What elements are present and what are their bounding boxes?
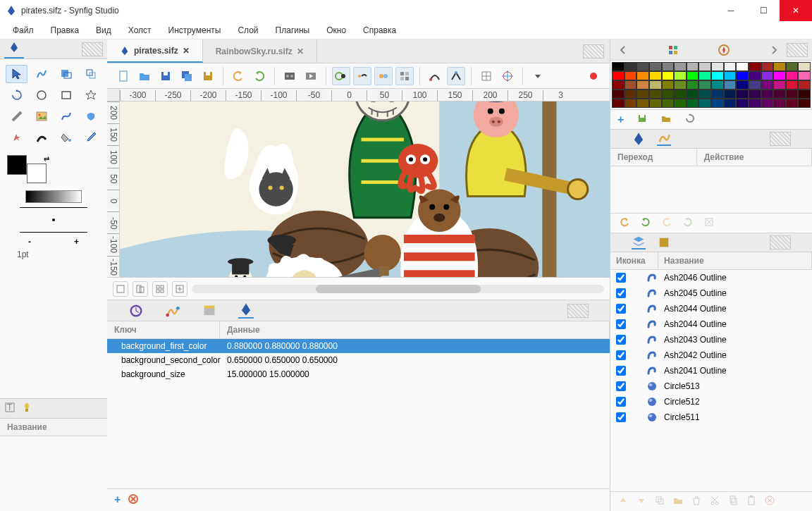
palette-swatch[interactable]	[687, 80, 699, 90]
layer-x-icon[interactable]	[764, 495, 775, 508]
layers-tab-icon[interactable]	[632, 235, 646, 250]
layer-paste-icon[interactable]	[746, 495, 757, 508]
palette-swatch[interactable]	[662, 80, 675, 90]
palette-swatch[interactable]	[649, 90, 662, 99]
tool-region[interactable]	[80, 107, 102, 125]
action-tab-icon[interactable]	[657, 132, 671, 146]
tool-rotate[interactable]	[6, 86, 27, 104]
meta-row[interactable]: background_second_color0.650000 0.650000…	[107, 353, 610, 367]
meta-col-key[interactable]: Ключ	[107, 321, 220, 338]
tool-rect[interactable]	[55, 86, 77, 104]
palette-swatch[interactable]	[773, 90, 786, 99]
hist-clear-icon[interactable]	[703, 216, 715, 230]
drag-handle[interactable]	[770, 235, 791, 250]
meta-tab-3[interactable]	[202, 303, 217, 319]
palette-swatch[interactable]	[761, 90, 774, 99]
onion-before-icon[interactable]	[332, 67, 350, 85]
palette-swatch[interactable]	[749, 80, 761, 90]
palette-swatch[interactable]	[674, 71, 687, 80]
palette-swatch[interactable]	[736, 62, 749, 71]
palette-swatch[interactable]	[798, 90, 811, 99]
meta-tab-4[interactable]	[238, 303, 254, 319]
col-name[interactable]: Название	[0, 419, 109, 436]
ruler-horizontal[interactable]: -300-250-200-150-100-500501001502002503	[120, 89, 610, 101]
palette-swatch[interactable]	[699, 99, 711, 108]
undo-icon[interactable]	[229, 67, 247, 85]
low-res-icon[interactable]	[395, 67, 414, 85]
render-icon[interactable]	[281, 67, 299, 85]
layer-visible-checkbox[interactable]	[616, 350, 626, 360]
palette-swatch[interactable]	[749, 71, 761, 80]
params-tab-icon[interactable]: T	[4, 402, 16, 415]
palette-swatch[interactable]	[625, 90, 637, 99]
onion-skin-icon[interactable]	[374, 67, 393, 85]
redo-icon[interactable]	[250, 67, 269, 85]
palette-swatch[interactable]	[786, 71, 799, 80]
layer-copy-icon[interactable]	[727, 495, 739, 508]
tool-eyedropper[interactable]	[80, 128, 102, 147]
color-palette[interactable]	[610, 61, 812, 109]
onion-after-icon[interactable]	[353, 67, 371, 85]
fg-bg-swatches[interactable]: ⇄	[7, 155, 47, 183]
palette-swatch[interactable]	[711, 80, 724, 90]
palette-swatch[interactable]	[687, 90, 699, 99]
menu-view[interactable]: Вид	[89, 23, 118, 38]
nav-next-icon[interactable]	[765, 42, 782, 59]
palette-swatch[interactable]	[699, 90, 711, 99]
col-icon[interactable]: Иконка	[610, 252, 658, 269]
palette-swatch[interactable]	[749, 90, 761, 99]
palette-swatch[interactable]	[674, 99, 687, 108]
meta-tab-2[interactable]	[165, 303, 180, 319]
layer-row[interactable]: Circle513	[610, 378, 812, 394]
palette-swatch[interactable]	[612, 99, 625, 108]
tab-close-icon[interactable]: ✕	[183, 46, 190, 56]
palette-swatch[interactable]	[724, 99, 737, 108]
palette-swatch[interactable]	[798, 62, 811, 71]
menu-help[interactable]: Справка	[356, 23, 403, 38]
palette-swatch[interactable]	[674, 62, 687, 71]
canvas[interactable]	[120, 101, 610, 277]
tab-close-icon[interactable]: ✕	[297, 47, 304, 56]
brush-preview[interactable]	[20, 207, 87, 233]
palette-swatch[interactable]	[786, 90, 799, 99]
layer-visible-checkbox[interactable]	[616, 304, 626, 314]
palette-swatch[interactable]	[687, 71, 699, 80]
pal-open-icon[interactable]	[660, 113, 672, 126]
fg-color[interactable]	[7, 155, 27, 175]
tool-gradient[interactable]	[6, 107, 27, 125]
layer-row[interactable]: Ash2042 Outline	[610, 347, 812, 363]
palette-swatch[interactable]	[612, 80, 625, 90]
palette-swatch[interactable]	[761, 62, 774, 71]
palette-swatch[interactable]	[798, 71, 811, 80]
col-action[interactable]: Действие	[697, 149, 812, 166]
layer-row[interactable]: Ash2041 Outline	[610, 363, 812, 378]
palette-swatch[interactable]	[711, 62, 724, 71]
palette-swatch[interactable]	[699, 62, 711, 71]
drag-handle[interactable]	[567, 304, 589, 318]
palette-swatch[interactable]	[773, 99, 786, 108]
palette-swatch[interactable]	[649, 62, 662, 71]
hist-undo-icon[interactable]	[619, 216, 630, 230]
layer-cut-icon[interactable]	[709, 495, 720, 508]
palette-swatch[interactable]	[711, 99, 724, 108]
palette-swatch[interactable]	[636, 62, 649, 71]
layer-row[interactable]: Ash2046 Outline	[610, 270, 812, 285]
layer-row[interactable]: Ash2044 Outline	[610, 316, 812, 332]
pal-add-icon[interactable]: +	[617, 113, 624, 126]
tool-cutout[interactable]	[6, 128, 27, 147]
menu-window[interactable]: Окно	[319, 23, 353, 38]
palette-swatch[interactable]	[798, 80, 811, 90]
dropdown-icon[interactable]	[529, 67, 547, 85]
size-decrease[interactable]: -	[28, 237, 31, 247]
layer-del-icon[interactable]	[691, 495, 702, 508]
palette-swatch[interactable]	[761, 80, 774, 90]
layers-tab2-icon[interactable]	[657, 235, 671, 250]
tab-rainbowsky[interactable]: RainbowSky.ru.sifz ✕	[203, 39, 317, 63]
palette-swatch[interactable]	[612, 71, 625, 80]
zoom-fit-icon[interactable]	[113, 281, 128, 297]
layer-down-icon[interactable]	[636, 495, 647, 508]
palette-swatch[interactable]	[736, 90, 749, 99]
preview-icon[interactable]	[302, 67, 320, 85]
layer-row[interactable]: Ash2045 Outline	[610, 285, 812, 301]
nav-prev-icon[interactable]	[615, 42, 632, 59]
